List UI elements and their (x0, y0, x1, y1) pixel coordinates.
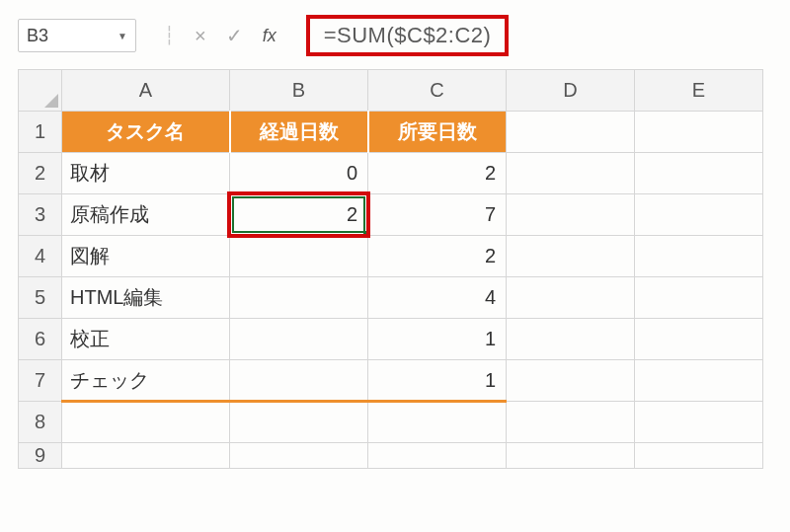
cell[interactable]: 取材 (62, 153, 230, 194)
row-header-2[interactable]: 2 (19, 153, 62, 194)
row-header-1[interactable]: 1 (19, 112, 62, 153)
cell[interactable] (507, 153, 635, 194)
cell[interactable] (635, 194, 763, 236)
selection-border (232, 196, 365, 233)
cell[interactable]: 4 (368, 277, 507, 319)
cell[interactable] (62, 443, 230, 469)
formula-bar-buttons: ┆ × ✓ fx (136, 19, 304, 52)
name-box-value: B3 (27, 26, 48, 46)
table-row: 7 チェック 1 (19, 360, 763, 402)
column-header-row: A B C D E (19, 70, 763, 112)
cell[interactable] (635, 112, 763, 153)
cell[interactable] (62, 402, 230, 443)
col-header-C[interactable]: C (368, 70, 507, 112)
cell[interactable] (230, 402, 368, 443)
cell[interactable] (230, 277, 368, 319)
table-row: 3 原稿作成 2 7 (19, 194, 763, 236)
cell[interactable]: 0 (230, 153, 368, 194)
col-header-D[interactable]: D (507, 70, 635, 112)
table-row: 2 取材 0 2 (19, 153, 763, 194)
cell[interactable] (635, 360, 763, 402)
table-row: 9 (19, 443, 763, 469)
cell[interactable] (635, 443, 763, 469)
formula-highlight: =SUM($C$2:C2) (306, 15, 510, 56)
cancel-icon[interactable]: × (195, 25, 206, 47)
active-cell-B3[interactable]: 2 (230, 194, 368, 236)
row-header-5[interactable]: 5 (19, 277, 62, 319)
col-header-E[interactable]: E (635, 70, 763, 112)
table-row: 8 (19, 402, 763, 443)
cell[interactable] (507, 112, 635, 153)
table-row: 4 図解 2 (19, 236, 763, 277)
table-row: 5 HTML編集 4 (19, 277, 763, 319)
name-box-dropdown-icon[interactable]: ▼ (118, 31, 127, 41)
formula-bar-divider-icon: ┆ (164, 25, 175, 46)
cell[interactable]: 校正 (62, 319, 230, 360)
cell[interactable] (230, 236, 368, 277)
row-header-3[interactable]: 3 (19, 194, 62, 236)
col-header-A[interactable]: A (62, 70, 230, 112)
cell[interactable] (635, 319, 763, 360)
cell[interactable] (507, 194, 635, 236)
row-header-9[interactable]: 9 (19, 443, 62, 469)
row-header-8[interactable]: 8 (19, 402, 62, 443)
cell[interactable] (635, 402, 763, 443)
svg-marker-0 (44, 94, 58, 108)
row-header-6[interactable]: 6 (19, 319, 62, 360)
cell[interactable] (507, 402, 635, 443)
cell[interactable]: 2 (368, 153, 507, 194)
excel-window: B3 ▼ ┆ × ✓ fx =SUM($C$2:C2) A B C D E 1 (0, 0, 790, 532)
fx-icon[interactable]: fx (263, 26, 276, 46)
cell[interactable] (230, 360, 368, 402)
cell[interactable] (635, 277, 763, 319)
header-cell-required[interactable]: 所要日数 (368, 112, 507, 153)
cell[interactable]: 7 (368, 194, 507, 236)
cell[interactable]: 2 (368, 236, 507, 277)
row-header-7[interactable]: 7 (19, 360, 62, 402)
select-all-corner[interactable] (19, 70, 62, 112)
cell[interactable]: HTML編集 (62, 277, 230, 319)
cell[interactable]: チェック (62, 360, 230, 402)
table-row: 1 タスク名 経過日数 所要日数 (19, 112, 763, 153)
cell[interactable] (635, 236, 763, 277)
col-header-B[interactable]: B (230, 70, 368, 112)
row-header-4[interactable]: 4 (19, 236, 62, 277)
cell[interactable] (507, 443, 635, 469)
cell[interactable] (507, 236, 635, 277)
cell[interactable] (230, 319, 368, 360)
cell[interactable] (507, 319, 635, 360)
cell[interactable] (368, 443, 507, 469)
name-box[interactable]: B3 ▼ (18, 19, 136, 52)
enter-icon[interactable]: ✓ (226, 24, 243, 47)
cell[interactable] (368, 402, 507, 443)
table-row: 6 校正 1 (19, 319, 763, 360)
header-cell-task[interactable]: タスク名 (62, 112, 230, 153)
cell[interactable] (230, 443, 368, 469)
formula-bar: B3 ▼ ┆ × ✓ fx =SUM($C$2:C2) (18, 18, 772, 53)
cell[interactable]: 1 (368, 360, 507, 402)
spreadsheet-grid[interactable]: A B C D E 1 タスク名 経過日数 所要日数 2 取材 0 2 3 原稿 (18, 69, 763, 469)
cell[interactable]: 1 (368, 319, 507, 360)
header-cell-elapsed[interactable]: 経過日数 (230, 112, 368, 153)
cell[interactable] (507, 360, 635, 402)
select-all-triangle-icon (44, 94, 58, 108)
fill-handle[interactable] (363, 231, 370, 238)
cell[interactable]: 図解 (62, 236, 230, 277)
cell[interactable] (635, 153, 763, 194)
active-cell-value: 2 (347, 203, 357, 225)
formula-input[interactable]: =SUM($C$2:C2) (324, 23, 492, 48)
cell[interactable] (507, 277, 635, 319)
cell[interactable]: 原稿作成 (62, 194, 230, 236)
